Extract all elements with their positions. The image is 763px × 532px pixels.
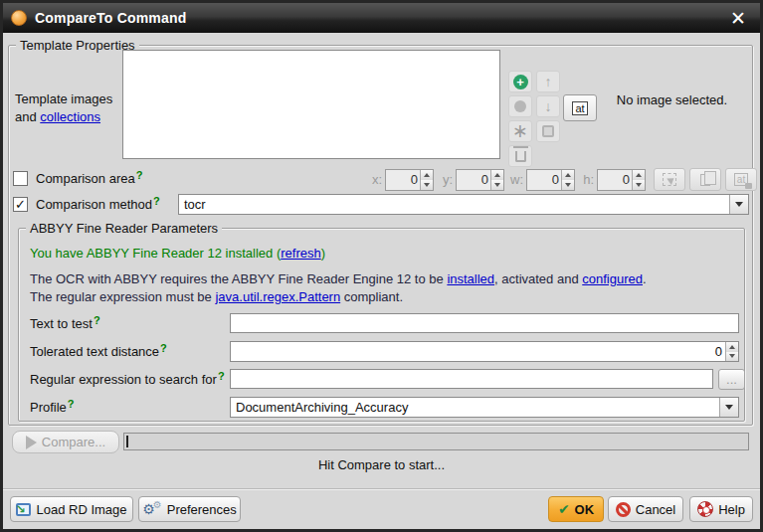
comparison-area-coords: x: 0 y: 0 w: 0 h: 0 at xyxy=(367,167,757,192)
template-properties-group-label: Template Properties xyxy=(16,38,139,53)
load-rd-image-button[interactable]: Load RD Image xyxy=(10,496,133,522)
at-lock-icon: at xyxy=(572,101,587,115)
title-bar[interactable]: CompareTo Command ✕ xyxy=(3,3,760,33)
tolerated-distance-label: Tolerated text distance? xyxy=(30,344,167,359)
text-to-test-input[interactable] xyxy=(230,313,739,333)
ocr-requirements-line2: The regular expression must be java.util… xyxy=(30,289,403,304)
h-label: h: xyxy=(579,172,594,187)
new-collection-button[interactable]: ∗ xyxy=(508,120,532,142)
comparison-method-checkbox[interactable]: ✓ xyxy=(13,197,28,212)
progress-tick xyxy=(126,436,128,447)
w-spinner-down-button[interactable] xyxy=(562,180,574,190)
delete-image-button[interactable] xyxy=(508,145,532,167)
configured-link[interactable]: configured xyxy=(582,271,643,286)
record-image-button[interactable] xyxy=(508,95,532,117)
area-text-anchor-button[interactable]: at xyxy=(725,168,757,191)
compare-status-text: Hit Compare to start... xyxy=(3,457,760,472)
profile-help-icon[interactable]: ? xyxy=(68,398,75,410)
help-button[interactable]: Help xyxy=(689,496,753,522)
tolerated-distance-help-icon[interactable]: ? xyxy=(160,342,167,354)
template-images-label: Template images and collections xyxy=(15,90,119,126)
regex-browse-button[interactable]: ... xyxy=(718,369,745,390)
compareto-dialog: CompareTo Command ✕ Template Properties … xyxy=(0,0,763,532)
text-to-test-help-icon[interactable]: ? xyxy=(94,314,100,326)
abbyy-group-label: ABBYY Fine Reader Parameters xyxy=(26,221,222,236)
help-lifebuoy-icon xyxy=(697,501,713,517)
template-images-listbox[interactable] xyxy=(122,50,500,159)
x-spinner-down-button[interactable] xyxy=(421,180,433,190)
comparison-area-label: Comparison area? xyxy=(36,171,142,186)
lock-disabled-icon xyxy=(745,183,752,189)
refresh-link[interactable]: refresh xyxy=(281,246,320,261)
window-title: CompareTo Command xyxy=(35,10,716,26)
move-down-button[interactable]: ↓ xyxy=(536,95,560,117)
y-spinner-up-button[interactable] xyxy=(491,170,503,180)
collections-link[interactable]: collections xyxy=(40,109,100,124)
select-area-icon xyxy=(663,173,676,186)
play-icon xyxy=(26,436,37,449)
regex-pattern-link[interactable]: java.util.regex.Pattern xyxy=(215,289,340,304)
at-lock-disabled-icon: at xyxy=(734,173,748,186)
cancel-button[interactable]: Cancel xyxy=(608,496,683,522)
profile-label: Profile? xyxy=(30,400,75,415)
arrow-up-icon: ↑ xyxy=(545,75,552,89)
profile-dropdown-button[interactable] xyxy=(719,398,738,417)
gear-small-icon: ⚙ xyxy=(153,500,162,510)
y-spinner-down-button[interactable] xyxy=(491,180,503,190)
checkmark-icon: ✓ xyxy=(15,197,26,212)
load-rd-image-icon xyxy=(16,503,31,516)
copy-area-button[interactable] xyxy=(689,168,721,191)
x-spinner[interactable]: 0 xyxy=(385,169,434,191)
comparison-area-help-icon[interactable]: ? xyxy=(136,169,143,181)
add-icon: + xyxy=(513,75,528,89)
y-spinner[interactable]: 0 xyxy=(456,169,504,191)
duplicate-image-button[interactable] xyxy=(536,120,560,142)
app-icon xyxy=(11,10,27,26)
x-spinner-up-button[interactable] xyxy=(421,170,433,180)
cancel-icon xyxy=(616,502,631,517)
installed-link[interactable]: installed xyxy=(447,271,494,286)
chevron-down-icon xyxy=(735,202,743,207)
h-spinner[interactable]: 0 xyxy=(597,169,646,191)
ocr-requirements-line1: The OCR with ABBYY requires the ABBYY Fi… xyxy=(30,271,647,286)
compare-progress-bar xyxy=(123,433,749,450)
profile-combobox[interactable]: DocumentArchiving_Accuracy xyxy=(230,397,739,418)
preferences-button[interactable]: ⚙⚙ Preferences xyxy=(138,496,241,522)
comparison-area-checkbox[interactable] xyxy=(13,171,28,186)
tolerated-distance-value: 0 xyxy=(231,342,725,361)
comparison-method-value: tocr xyxy=(179,197,729,212)
text-to-test-label: Text to test? xyxy=(30,316,100,331)
comparison-method-label: Comparison method? xyxy=(36,197,160,212)
select-area-button[interactable] xyxy=(654,168,685,191)
record-icon xyxy=(514,100,526,112)
footer-separator xyxy=(3,488,760,490)
copy-icon xyxy=(700,174,710,186)
regex-input[interactable] xyxy=(230,369,713,389)
y-label: y: xyxy=(438,172,453,187)
ok-button[interactable]: ✔ OK xyxy=(548,496,604,522)
w-spinner-up-button[interactable] xyxy=(562,170,574,180)
comparison-method-combobox[interactable]: tocr xyxy=(178,194,749,215)
tolerated-distance-spinner[interactable]: 0 xyxy=(230,341,739,362)
h-spinner-up-button[interactable] xyxy=(633,170,645,180)
regex-help-icon[interactable]: ? xyxy=(218,370,225,382)
checkmark-icon: ✔ xyxy=(558,502,570,516)
x-label: x: xyxy=(367,172,382,187)
abbyy-installed-text: You have ABBYY Fine Reader 12 installed … xyxy=(30,246,325,261)
add-image-button[interactable]: + xyxy=(508,71,532,92)
h-spinner-down-button[interactable] xyxy=(633,180,645,190)
trash-icon xyxy=(515,151,526,162)
tolerated-distance-down-button[interactable] xyxy=(726,352,738,362)
template-images-label-line1: Template images xyxy=(15,91,112,106)
tolerated-distance-up-button[interactable] xyxy=(726,342,738,352)
close-button[interactable]: ✕ xyxy=(724,7,752,30)
compare-button[interactable]: Compare... xyxy=(12,431,119,453)
w-spinner[interactable]: 0 xyxy=(526,169,575,191)
chevron-down-icon xyxy=(725,405,733,410)
profile-value: DocumentArchiving_Accuracy xyxy=(231,400,719,415)
move-up-button[interactable]: ↑ xyxy=(536,71,560,92)
comparison-method-dropdown-button[interactable] xyxy=(729,195,748,214)
duplicate-icon xyxy=(542,125,554,137)
comparison-method-help-icon[interactable]: ? xyxy=(153,195,160,207)
template-images-label-line2: and xyxy=(15,109,40,124)
